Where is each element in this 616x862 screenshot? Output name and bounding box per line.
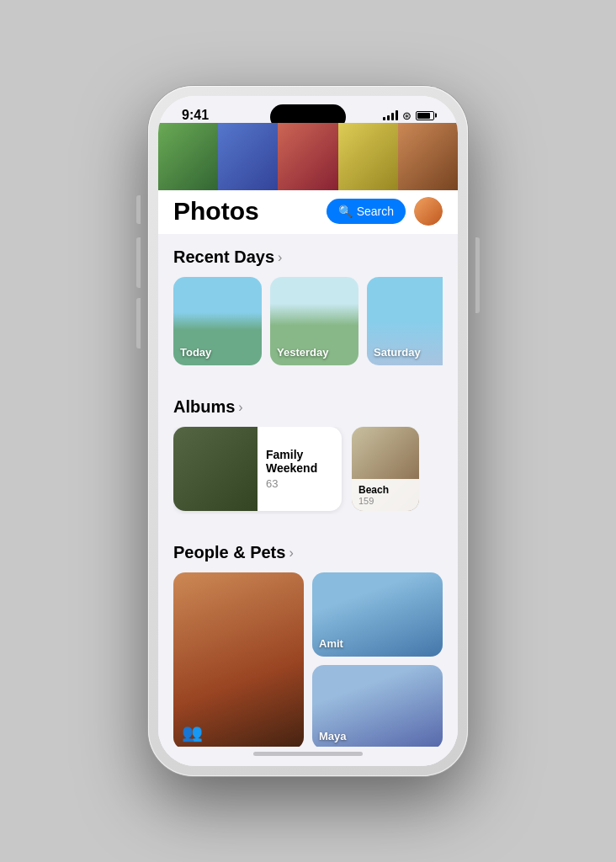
people-title: People & Pets: [173, 543, 285, 562]
photo-strip: [158, 123, 458, 190]
status-bar: 9:41 ⊛: [158, 96, 458, 123]
phone-frame: 9:41 ⊛: [148, 86, 468, 776]
group-icon: 👥: [182, 722, 203, 742]
day-card-saturday[interactable]: Saturday: [367, 277, 443, 365]
albums-header[interactable]: Albums ›: [173, 397, 443, 417]
strip-photo-3: [278, 123, 337, 190]
albums-chevron: ›: [238, 400, 242, 415]
albums-row: Family Weekend 63 Beach 159: [173, 427, 443, 514]
day-label-today: Today: [180, 346, 211, 359]
search-icon: 🔍: [338, 205, 353, 218]
page-title: Photos: [173, 197, 259, 226]
album-family-weekend[interactable]: Family Weekend 63: [173, 427, 342, 511]
people-grid: 👥 Amit Maya: [173, 572, 443, 747]
people-chevron: ›: [289, 545, 293, 561]
status-time: 9:41: [182, 108, 209, 123]
recent-days-title: Recent Days: [173, 247, 274, 267]
signal-icon: [383, 110, 398, 120]
power-button: [475, 237, 480, 313]
album-thumb-1: [173, 427, 258, 511]
album-info-1: Family Weekend 63: [258, 427, 342, 511]
strip-photo-5: [398, 123, 458, 190]
recent-days-section: Recent Days › Today Yesterday: [158, 234, 458, 369]
search-button[interactable]: 🔍 Search: [327, 199, 406, 224]
day-card-today[interactable]: Today: [173, 277, 262, 365]
person-label-maya: Maya: [319, 730, 347, 742]
strip-photo-1: [158, 123, 218, 190]
status-icons: ⊛: [383, 109, 434, 122]
header-actions: 🔍 Search: [327, 197, 443, 226]
album-name-1: Family Weekend: [266, 448, 333, 475]
people-header[interactable]: People & Pets ›: [173, 543, 443, 562]
home-indicator-area: [158, 747, 458, 766]
strip-photo-2: [218, 123, 278, 190]
strip-photo-4: [338, 123, 398, 190]
beach-album-name: Beach: [358, 484, 412, 496]
day-card-yesterday[interactable]: Yesterday: [270, 277, 358, 365]
wifi-icon: ⊛: [402, 109, 412, 122]
people-group-card[interactable]: 👥: [173, 572, 304, 747]
day-label-yesterday: Yesterday: [277, 346, 328, 359]
albums-section: Albums › Family Weekend 63: [158, 384, 458, 514]
silent-switch: [136, 195, 141, 224]
screen-content: 9:41 ⊛: [158, 96, 458, 766]
albums-title: Albums: [173, 397, 235, 417]
day-label-saturday: Saturday: [374, 346, 421, 359]
beach-album-count: 159: [358, 496, 412, 506]
volume-up-button: [136, 237, 141, 288]
search-label: Search: [357, 205, 394, 218]
album-beach-partial[interactable]: Beach 159: [352, 427, 419, 511]
phone-screen: 9:41 ⊛: [158, 96, 458, 766]
recent-days-header[interactable]: Recent Days ›: [173, 247, 443, 267]
photos-header: Photos 🔍 Search: [158, 123, 458, 234]
home-bar: [253, 752, 363, 756]
recent-days-chevron: ›: [278, 250, 282, 265]
scroll-area[interactable]: Recent Days › Today Yesterday: [158, 234, 458, 747]
header-row: Photos 🔍 Search: [158, 190, 458, 234]
people-section: People & Pets › 👥 Amit: [158, 529, 458, 747]
battery-icon: [416, 111, 434, 120]
person-label-amit: Amit: [319, 637, 343, 650]
recent-days-row: Today Yesterday Saturday: [173, 277, 443, 369]
person-amit[interactable]: Amit: [312, 572, 443, 657]
person-maya[interactable]: Maya: [312, 665, 443, 747]
avatar[interactable]: [414, 197, 443, 226]
volume-down-button: [136, 298, 141, 349]
album-count-1: 63: [266, 477, 333, 490]
